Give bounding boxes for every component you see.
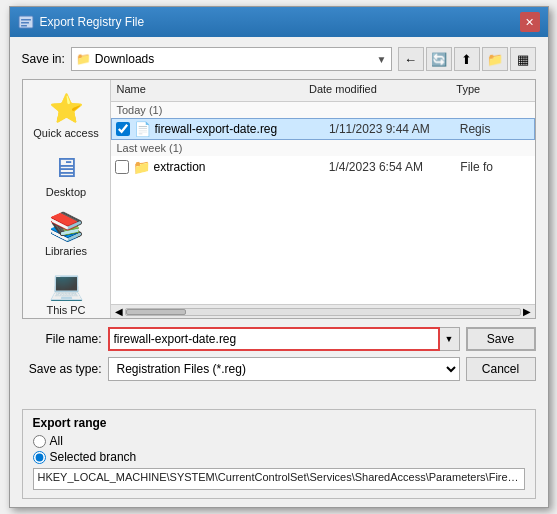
save-in-label: Save in:	[22, 52, 65, 66]
export-range: Export range All Selected branch HKEY_LO…	[22, 409, 536, 499]
sidebar-label-this-pc: This PC	[46, 304, 85, 316]
file-date-reg: 1/11/2023 9:44 AM	[329, 122, 460, 136]
sidebar-item-desktop[interactable]: 🖥 Desktop	[26, 147, 106, 202]
radio-row-selected: Selected branch	[33, 450, 525, 464]
title-bar: Export Registry File ✕	[10, 7, 548, 37]
dropdown-arrow-icon: ▼	[377, 54, 387, 65]
dialog-body: Save in: 📁 Downloads ▼ ← 🔄 ⬆ 📁 ▦ ⭐ Quick…	[10, 37, 548, 397]
file-date-folder: 1/4/2023 6:54 AM	[329, 160, 461, 174]
title-bar-left: Export Registry File	[18, 14, 145, 30]
dialog-window: Export Registry File ✕ Save in: 📁 Downlo…	[9, 6, 549, 508]
bottom-section: Export range All Selected branch HKEY_LO…	[10, 397, 548, 507]
dialog-title: Export Registry File	[40, 15, 145, 29]
new-folder-button[interactable]: 📁	[482, 47, 508, 71]
close-button[interactable]: ✕	[520, 12, 540, 32]
libraries-icon: 📚	[49, 210, 84, 243]
sidebar: ⭐ Quick access 🖥 Desktop 📚 Libraries 💻 T…	[23, 80, 111, 318]
file-checkbox-folder[interactable]	[115, 160, 129, 174]
file-name-dropdown-btn[interactable]: ▼	[440, 327, 460, 351]
header-date[interactable]: Date modified	[303, 80, 450, 101]
main-area: ⭐ Quick access 🖥 Desktop 📚 Libraries 💻 T…	[22, 79, 536, 319]
file-checkbox-reg[interactable]	[116, 122, 130, 136]
file-name-folder: extraction	[154, 160, 329, 174]
save-in-location: Downloads	[95, 52, 377, 66]
scroll-right-button[interactable]: ▶	[521, 306, 533, 317]
svg-rect-1	[21, 19, 31, 21]
save-in-dropdown[interactable]: 📁 Downloads ▼	[71, 47, 392, 71]
radio-row-all: All	[33, 434, 525, 448]
this-pc-icon: 💻	[49, 269, 84, 302]
sidebar-label-libraries: Libraries	[45, 245, 87, 257]
file-name-input-wrapper: ▼	[108, 327, 460, 351]
group-label-lastweek: Last week (1)	[111, 140, 535, 156]
file-row[interactable]: 📁 extraction 1/4/2023 6:54 AM File fo	[111, 156, 535, 178]
registry-icon	[18, 14, 34, 30]
file-name-input[interactable]	[108, 327, 440, 351]
toolbar-icons: ← 🔄 ⬆ 📁 ▦	[398, 47, 536, 71]
save-as-type-label: Save as type:	[22, 362, 102, 376]
radio-all[interactable]	[33, 435, 46, 448]
sidebar-label-quick-access: Quick access	[33, 127, 98, 139]
sidebar-item-quick-access[interactable]: ⭐ Quick access	[26, 88, 106, 143]
radio-selected[interactable]	[33, 451, 46, 464]
scroll-left-button[interactable]: ◀	[113, 306, 125, 317]
scrollbar-area: ◀ ▶	[111, 304, 535, 318]
svg-rect-3	[21, 25, 27, 27]
file-list-content: Today (1) 📄 firewall-export-date.reg 1/1…	[111, 102, 535, 304]
save-in-row: Save in: 📁 Downloads ▼ ← 🔄 ⬆ 📁 ▦	[22, 47, 536, 71]
radio-selected-label: Selected branch	[50, 450, 137, 464]
export-range-title: Export range	[33, 416, 525, 430]
sidebar-item-this-pc[interactable]: 💻 This PC	[26, 265, 106, 318]
save-button[interactable]: Save	[466, 327, 536, 351]
file-row[interactable]: 📄 firewall-export-date.reg 1/11/2023 9:4…	[111, 118, 535, 140]
folder-file-icon: 📁	[133, 159, 150, 175]
view-button[interactable]: ▦	[510, 47, 536, 71]
radio-all-label: All	[50, 434, 63, 448]
save-as-type-wrapper: Registration Files (*.reg)	[108, 357, 460, 381]
scrollbar-track[interactable]	[125, 308, 521, 316]
file-type-reg: Regis	[460, 122, 530, 136]
forward-button[interactable]: 🔄	[426, 47, 452, 71]
desktop-icon: 🖥	[52, 151, 80, 184]
svg-rect-2	[21, 22, 29, 24]
folder-icon: 📁	[76, 52, 91, 66]
scrollbar-thumb[interactable]	[126, 309, 186, 315]
save-as-type-row: Save as type: Registration Files (*.reg)…	[22, 357, 536, 381]
file-list-area: Name Date modified Type Today (1) 📄 fire…	[111, 80, 535, 318]
file-name-label: File name:	[22, 332, 102, 346]
save-as-type-select[interactable]: Registration Files (*.reg)	[108, 357, 460, 381]
group-label-today: Today (1)	[111, 102, 535, 118]
sidebar-label-desktop: Desktop	[46, 186, 86, 198]
quick-access-icon: ⭐	[49, 92, 84, 125]
file-name-reg: firewall-export-date.reg	[155, 122, 329, 136]
cancel-button[interactable]: Cancel	[466, 357, 536, 381]
file-type-folder: File fo	[460, 160, 530, 174]
file-name-row: File name: ▼ Save	[22, 327, 536, 351]
sidebar-item-libraries[interactable]: 📚 Libraries	[26, 206, 106, 261]
file-list-header: Name Date modified Type	[111, 80, 535, 102]
header-type[interactable]: Type	[450, 80, 534, 101]
up-button[interactable]: ⬆	[454, 47, 480, 71]
header-name[interactable]: Name	[111, 80, 303, 101]
registry-path: HKEY_LOCAL_MACHINE\SYSTEM\CurrentControl…	[33, 468, 525, 490]
back-button[interactable]: ←	[398, 47, 424, 71]
reg-file-icon: 📄	[134, 121, 151, 137]
